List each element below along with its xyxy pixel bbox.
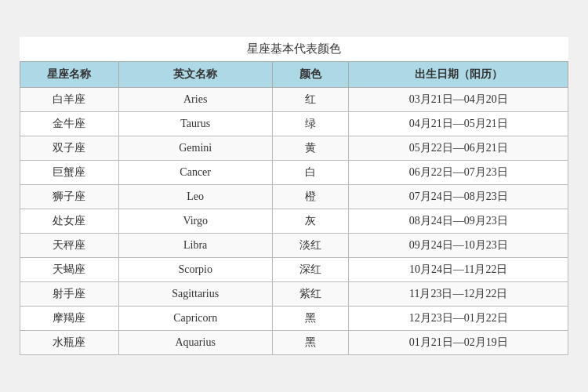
cell-chinese-name: 白羊座 [20, 88, 119, 112]
cell-date: 09月24日—10月23日 [349, 234, 568, 258]
cell-chinese-name: 金牛座 [20, 112, 119, 136]
table-header-row: 星座名称 英文名称 颜色 出生日期（阳历） [20, 62, 568, 88]
table-row: 射手座Sagittarius紫红11月23日—12月22日 [20, 282, 568, 307]
cell-chinese-name: 狮子座 [20, 185, 119, 209]
cell-date: 10月24日—11月22日 [349, 258, 568, 282]
cell-color: 深红 [272, 258, 349, 282]
cell-english-name: Gemini [118, 136, 272, 161]
cell-chinese-name: 处女座 [20, 209, 119, 234]
cell-chinese-name: 双子座 [20, 136, 119, 161]
table-row: 水瓶座Aquarius黑01月21日—02月19日 [20, 331, 568, 355]
cell-color: 橙 [272, 185, 349, 209]
page-title: 星座基本代表颜色 [20, 37, 568, 61]
cell-color: 黑 [272, 307, 349, 331]
cell-date: 05月22日—06月21日 [349, 136, 568, 161]
table-row: 天蝎座Scorpio深红10月24日—11月22日 [20, 258, 568, 282]
cell-color: 绿 [272, 112, 349, 136]
main-container: 星座基本代表颜色 星座名称 英文名称 颜色 出生日期（阳历） 白羊座Aries红… [20, 37, 568, 355]
cell-color: 黄 [272, 136, 349, 161]
cell-date: 06月22日—07月23日 [349, 161, 568, 185]
cell-chinese-name: 巨蟹座 [20, 161, 119, 185]
cell-chinese-name: 射手座 [20, 282, 119, 307]
cell-english-name: Sagittarius [118, 282, 272, 307]
header-chinese-name: 星座名称 [20, 62, 119, 88]
table-row: 白羊座Aries红03月21日—04月20日 [20, 88, 568, 112]
table-row: 巨蟹座Cancer白06月22日—07月23日 [20, 161, 568, 185]
cell-date: 11月23日—12月22日 [349, 282, 568, 307]
cell-date: 07月24日—08月23日 [349, 185, 568, 209]
cell-chinese-name: 天蝎座 [20, 258, 119, 282]
table-row: 狮子座Leo橙07月24日—08月23日 [20, 185, 568, 209]
cell-english-name: Libra [118, 234, 272, 258]
cell-english-name: Virgo [118, 209, 272, 234]
cell-color: 白 [272, 161, 349, 185]
cell-date: 04月21日—05月21日 [349, 112, 568, 136]
cell-date: 08月24日—09月23日 [349, 209, 568, 234]
table-row: 天秤座Libra淡红09月24日—10月23日 [20, 234, 568, 258]
cell-color: 淡红 [272, 234, 349, 258]
cell-english-name: Aries [118, 88, 272, 112]
cell-chinese-name: 水瓶座 [20, 331, 119, 355]
cell-english-name: Capricorn [118, 307, 272, 331]
table-row: 处女座Virgo灰08月24日—09月23日 [20, 209, 568, 234]
cell-chinese-name: 天秤座 [20, 234, 119, 258]
cell-english-name: Leo [118, 185, 272, 209]
cell-english-name: Cancer [118, 161, 272, 185]
cell-english-name: Aquarius [118, 331, 272, 355]
cell-date: 03月21日—04月20日 [349, 88, 568, 112]
table-row: 摩羯座Capricorn黑12月23日—01月22日 [20, 307, 568, 331]
cell-chinese-name: 摩羯座 [20, 307, 119, 331]
cell-english-name: Taurus [118, 112, 272, 136]
header-date: 出生日期（阳历） [349, 62, 568, 88]
cell-color: 紫红 [272, 282, 349, 307]
table-row: 双子座Gemini黄05月22日—06月21日 [20, 136, 568, 161]
cell-color: 红 [272, 88, 349, 112]
cell-color: 灰 [272, 209, 349, 234]
header-english-name: 英文名称 [118, 62, 272, 88]
cell-color: 黑 [272, 331, 349, 355]
cell-date: 12月23日—01月22日 [349, 307, 568, 331]
cell-english-name: Scorpio [118, 258, 272, 282]
table-row: 金牛座Taurus绿04月21日—05月21日 [20, 112, 568, 136]
header-color: 颜色 [272, 62, 349, 88]
zodiac-table: 星座名称 英文名称 颜色 出生日期（阳历） 白羊座Aries红03月21日—04… [20, 61, 568, 355]
cell-date: 01月21日—02月19日 [349, 331, 568, 355]
